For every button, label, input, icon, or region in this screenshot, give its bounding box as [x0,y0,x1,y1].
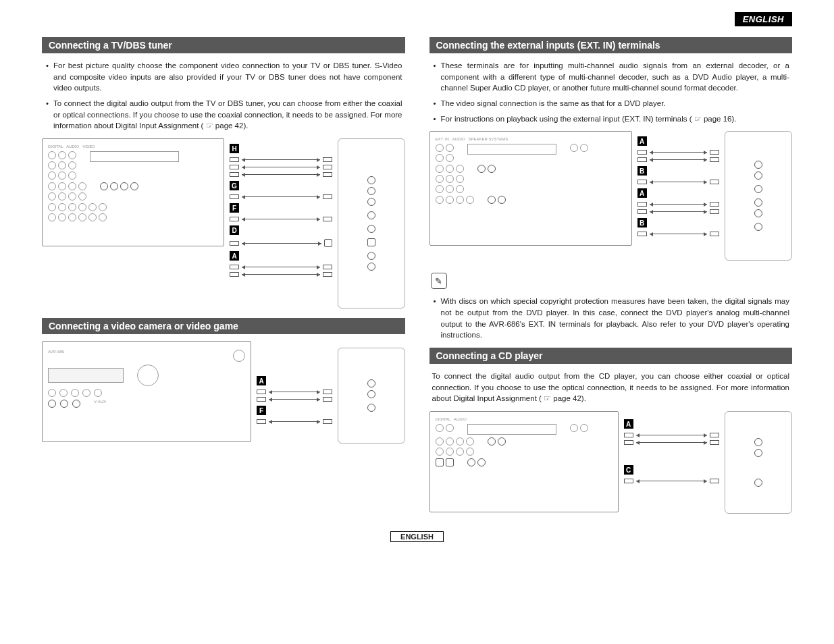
diagram-ext-in: EXT. IN AUDIO SPEAKER SYSTEMS [429,131,793,261]
footer-language: ENGLISH [390,531,444,542]
bullet-item: To connect the digital audio output from… [46,98,402,132]
diagram-video-camera: AVR-686 [42,341,405,444]
body-paragraph: To connect the digital audio output from… [429,371,793,404]
left-column: Connecting a TV/DBS tuner For best pictu… [42,32,405,523]
cd-player-device [725,411,792,514]
bullet-list: For best picture quality choose the comp… [42,60,405,132]
receiver-rear-panel: DIGITAL AUDIO [429,411,619,512]
bullet-item: These terminals are for inputting multi-… [434,60,790,94]
external-decoder-device [725,131,792,261]
bullet-item: For best picture quality choose the comp… [46,60,402,94]
cable-label: F [230,203,239,213]
section-heading-cd: Connecting a CD player [429,348,793,364]
cable-label: A [637,136,647,146]
cable-label: B [637,218,647,227]
diagram-tv-dbs: DIGITAL AUDIO VIDEO [42,138,405,308]
cable-label: H [230,144,239,153]
cable-label: A [624,419,633,429]
receiver-rear-panel: EXT. IN AUDIO SPEAKER SYSTEMS [429,131,632,246]
cable-label: A [257,376,266,385]
section-heading-ext-in: Connecting the external inputs (EXT. IN)… [429,37,793,53]
video-camera-device [338,348,405,444]
bullet-list: These terminals are for inputting multi-… [429,60,793,124]
cable-label: C [624,465,633,475]
cable-label: B [637,166,647,176]
note-bullet-list: With discs on which special copyright pr… [429,296,793,341]
cable-label: A [230,251,239,261]
cable-label: D [230,225,239,235]
bullet-item: For instructions on playback using the e… [434,113,790,125]
diagram-cd: DIGITAL AUDIO [429,411,793,514]
receiver-rear-panel: DIGITAL AUDIO VIDEO [42,138,224,246]
receiver-front-panel: AVR-686 [42,341,251,442]
right-column: Connecting the external inputs (EXT. IN)… [429,32,793,523]
note-icon: ✎ [431,273,447,289]
cable-label: G [230,181,239,190]
cable-label: F [257,406,266,415]
language-badge: ENGLISH [735,12,792,26]
tv-dbs-device [338,138,405,308]
section-heading-tv-dbs: Connecting a TV/DBS tuner [42,37,405,53]
bullet-item: The video signal connection is the same … [434,98,790,109]
bullet-item: With discs on which special copyright pr… [434,296,790,341]
section-heading-video-camera: Connecting a video camera or video game [42,318,405,334]
cable-label: A [637,188,647,198]
